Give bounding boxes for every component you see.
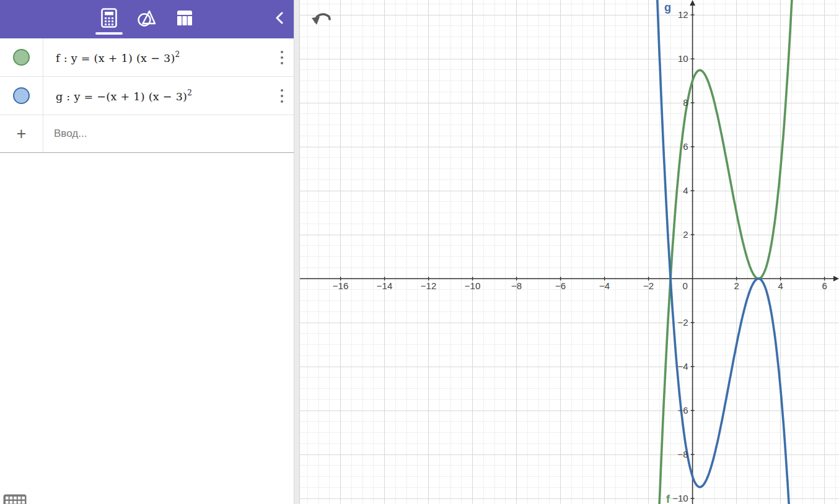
y-tick-label: 2 [683, 229, 688, 240]
x-axis-arrow [833, 276, 839, 282]
y-tick-label: −10 [672, 493, 688, 503]
x-tick-label: −10 [465, 280, 480, 291]
visibility-toggle-f[interactable] [0, 38, 43, 76]
algebra-sidebar: f : y = (x + 1) (x − 3)2 g : y = −(x + 1… [0, 0, 294, 504]
y-tick-label: 4 [683, 185, 688, 196]
x-tick-label: 6 [822, 280, 827, 291]
collapse-sidebar-button[interactable] [275, 0, 284, 38]
undo-button[interactable] [311, 9, 332, 27]
tab-spreadsheet[interactable] [170, 0, 200, 38]
curve-label-f[interactable]: f [666, 493, 670, 504]
y-tick-label: −6 [677, 405, 688, 415]
tab-algebra-calculator[interactable] [94, 0, 124, 38]
expression-g-text: g : y = −(x + 1) (x − 3) [56, 90, 187, 102]
expression-f-text: f : y = (x + 1) (x − 3) [56, 51, 175, 64]
x-tick-label: −2 [643, 280, 654, 291]
y-tick-label: −4 [677, 361, 688, 371]
row-menu-f-button[interactable] [276, 47, 288, 68]
plot-color-circle-f[interactable] [13, 49, 30, 66]
undo-arrow-icon [311, 19, 332, 29]
x-tick-label: −16 [333, 280, 348, 291]
keyboard-toggle-button[interactable] [3, 494, 27, 504]
y-tick-label: 10 [678, 53, 688, 64]
curve-g[interactable] [300, 0, 839, 504]
kebab-icon [281, 56, 283, 59]
kebab-icon [281, 62, 283, 64]
chevron-left-icon [275, 12, 284, 27]
plot-color-circle-g[interactable] [13, 87, 30, 104]
expression-g[interactable]: g : y = −(x + 1) (x − 3)2 [43, 89, 192, 103]
calculator-icon [100, 7, 118, 31]
y-tick-label: 6 [683, 141, 688, 152]
kebab-icon [281, 100, 283, 103]
expression-g-exponent: 2 [187, 89, 192, 97]
x-tick-label: −4 [599, 280, 610, 291]
kebab-icon [281, 51, 283, 53]
geometry-icon [137, 9, 157, 30]
plot-canvas[interactable]: −16−14−12−10−8−6−4−224612108642−2−4−6−8−… [300, 0, 839, 504]
y-tick-label: −2 [677, 317, 688, 328]
algebra-row-f[interactable]: f : y = (x + 1) (x − 3)2 [0, 38, 294, 77]
keyboard-icon [3, 502, 27, 504]
x-tick-label: −6 [555, 280, 566, 291]
expression-input[interactable] [43, 121, 294, 146]
curve-label-g[interactable]: g [664, 1, 671, 14]
y-axis-arrow [690, 0, 695, 6]
x-tick-label: −14 [377, 280, 392, 291]
new-expression-row: + [0, 115, 294, 153]
graphics-view[interactable]: −16−14−12−10−8−6−4−224612108642−2−4−6−8−… [300, 0, 839, 504]
algebra-row-g[interactable]: g : y = −(x + 1) (x − 3)2 [0, 77, 294, 115]
curve-f[interactable] [300, 0, 839, 504]
y-tick-label: 8 [683, 97, 688, 108]
expression-f-exponent: 2 [175, 50, 180, 59]
row-menu-g-button[interactable] [276, 85, 288, 106]
sidebar-resize-handle[interactable] [294, 0, 300, 504]
x-tick-label: 2 [734, 280, 739, 291]
table-icon [176, 9, 193, 29]
y-tick-label: 12 [678, 9, 688, 20]
geogebra-app: f : y = (x + 1) (x − 3)2 g : y = −(x + 1… [0, 0, 839, 504]
origin-label: 0 [682, 280, 687, 291]
x-tick-label: −12 [421, 280, 436, 291]
visibility-toggle-g[interactable] [0, 77, 43, 115]
kebab-icon [281, 95, 283, 97]
x-tick-label: −8 [511, 280, 522, 291]
add-expression-button[interactable]: + [0, 115, 43, 152]
expression-f[interactable]: f : y = (x + 1) (x − 3)2 [43, 51, 180, 64]
axes [300, 0, 839, 504]
y-tick-label: −8 [677, 449, 688, 459]
x-tick-label: 4 [778, 280, 783, 291]
plus-icon: + [17, 126, 27, 142]
tab-geometry[interactable] [132, 0, 162, 38]
kebab-icon [281, 89, 283, 92]
sidebar-header [0, 0, 294, 38]
grid [300, 0, 839, 504]
